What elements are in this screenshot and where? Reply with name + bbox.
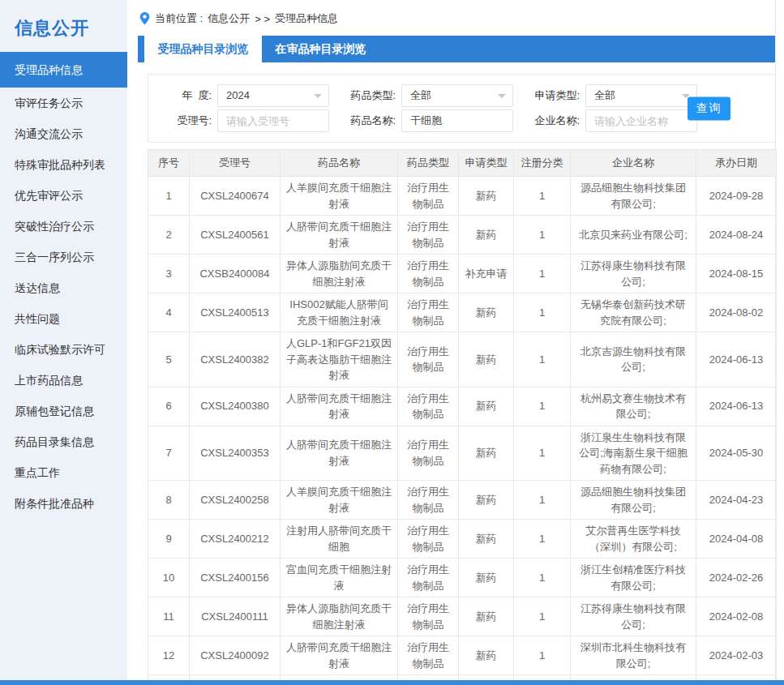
sidebar-item[interactable]: 共性问题 bbox=[0, 303, 127, 334]
drug-type-select[interactable]: 全部 bbox=[401, 84, 513, 107]
table-cell: 2024-04-08 bbox=[696, 520, 777, 559]
drug-type-label: 药品类型: bbox=[344, 88, 396, 103]
table-cell: 2024-02-03 bbox=[696, 636, 777, 675]
table-cell: 1 bbox=[514, 520, 571, 559]
table-cell: 人脐带间充质干细胞注射液 bbox=[281, 216, 398, 255]
tab-under-review-catalog[interactable]: 在审品种目录浏览 bbox=[262, 36, 379, 62]
filter-panel: 年 度: 2024 药品类型: 全部 申请类型: 全 bbox=[148, 74, 776, 143]
table-cell: 江苏得康生物科技有限公司; bbox=[571, 255, 696, 293]
table-cell: 2024-09-28 bbox=[696, 177, 777, 216]
sidebar-item[interactable]: 重点工作 bbox=[0, 457, 127, 488]
table-cell: 2024-08-02 bbox=[696, 293, 777, 332]
acceptance-no-input[interactable] bbox=[217, 109, 329, 132]
apply-type-select[interactable]: 全部 bbox=[585, 84, 697, 107]
chevron-down-icon bbox=[314, 94, 322, 98]
table-cell: 新药 bbox=[459, 177, 514, 216]
table-row: 2CXSL2400561人脐带间充质干细胞注射液治疗用生物制品新药1北京贝来药业… bbox=[148, 216, 777, 255]
sidebar-item[interactable]: 审评任务公示 bbox=[0, 88, 127, 118]
drug-type-select-value: 全部 bbox=[410, 89, 431, 101]
column-header: 申请类型 bbox=[459, 150, 514, 177]
chevron-down-icon bbox=[498, 94, 506, 98]
table-cell: 源品细胞生物科技集团有限公司; bbox=[571, 177, 696, 216]
sidebar-menu: 受理品种信息审评任务公示沟通交流公示特殊审批品种列表优先审评公示突破性治疗公示三… bbox=[0, 52, 127, 519]
search-button[interactable]: 查询 bbox=[688, 96, 730, 120]
footer-strip bbox=[0, 680, 784, 685]
sidebar-item[interactable]: 受理品种信息 bbox=[0, 52, 127, 88]
table-cell: 12 bbox=[148, 636, 190, 675]
breadcrumb: 当前位置 : 信息公开 > > 受理品种信息 bbox=[138, 0, 775, 36]
table-cell: 1 bbox=[514, 387, 571, 426]
sidebar-item[interactable]: 送达信息 bbox=[0, 272, 127, 303]
breadcrumb-root[interactable]: 信息公开 bbox=[208, 11, 250, 26]
sidebar-item[interactable]: 上市药品信息 bbox=[0, 365, 127, 396]
table-row: 6CXSL2400380人脐带间充质干细胞注射液治疗用生物制品新药1杭州易文赛生… bbox=[148, 387, 777, 426]
table-cell: 新药 bbox=[459, 636, 514, 675]
table-cell: 1 bbox=[514, 177, 571, 216]
sidebar-item[interactable]: 沟通交流公示 bbox=[0, 118, 127, 149]
table-header-row: 序号受理号药品名称药品类型申请类型注册分类企业名称承办日期 bbox=[148, 150, 777, 177]
table-cell: 治疗用生物制品 bbox=[398, 387, 459, 426]
table-cell: 人脐带间充质干细胞注射液 bbox=[281, 387, 398, 426]
table-cell: 11 bbox=[148, 597, 190, 636]
sidebar-item[interactable]: 原辅包登记信息 bbox=[0, 396, 127, 426]
sidebar-item[interactable]: 三合一序列公示 bbox=[0, 242, 127, 272]
table-cell: 新药 bbox=[459, 293, 514, 332]
sidebar-item[interactable]: 附条件批准品种 bbox=[0, 488, 127, 519]
tab-accepted-catalog[interactable]: 受理品种目录浏览 bbox=[144, 36, 262, 62]
apply-type-label: 申请类型: bbox=[528, 88, 580, 103]
table-cell: CXSB2400084 bbox=[190, 255, 281, 293]
table-cell: 4 bbox=[148, 293, 190, 332]
table-cell: 深圳市北科生物科技有限公司; bbox=[571, 636, 696, 675]
filter-drug-type: 药品类型: 全部 bbox=[344, 84, 513, 107]
table-row: 4CXSL2400513IHS002赋能人脐带间充质干细胞注射液治疗用生物制品新… bbox=[148, 293, 777, 332]
acceptance-no-label: 受理号: bbox=[160, 113, 212, 128]
drug-name-input[interactable] bbox=[401, 109, 513, 132]
sidebar-item[interactable]: 临床试验默示许可 bbox=[0, 334, 127, 365]
table-cell: 异体人源脂肪间充质干细胞注射液 bbox=[281, 597, 398, 636]
table-cell: CXSL2400111 bbox=[190, 597, 281, 636]
sidebar-item[interactable]: 突破性治疗公示 bbox=[0, 211, 127, 242]
table-cell: 北京贝来药业有限公司; bbox=[571, 216, 696, 255]
table-cell: 2024-02-08 bbox=[696, 597, 777, 636]
table-cell: 治疗用生物制品 bbox=[398, 636, 459, 675]
table-cell: 浙江泉生生物科技有限公司;海南新生泉干细胞药物有限公司; bbox=[571, 426, 696, 481]
sidebar-item[interactable]: 药品目录集信息 bbox=[0, 426, 127, 457]
table-cell: 治疗用生物制品 bbox=[398, 481, 459, 520]
filter-drug-name: 药品名称: bbox=[344, 109, 513, 132]
table-row: 5CXSL2400382人GLP-1和FGF21双因子高表达脂肪干细胞注射液治疗… bbox=[148, 332, 777, 387]
table-cell: 新药 bbox=[459, 332, 514, 387]
table-cell: 5 bbox=[148, 332, 190, 387]
table-cell: 艾尔普再生医学科技（深圳）有限公司; bbox=[571, 520, 696, 559]
filter-acceptance-no: 受理号: bbox=[160, 109, 329, 132]
filter-row-2: 受理号: 药品名称: 企业名称: bbox=[160, 109, 775, 132]
table-row: 3CXSB2400084异体人源脂肪间充质干细胞注射液治疗用生物制品补充申请1江… bbox=[148, 255, 777, 293]
table-cell: CXSL2400513 bbox=[190, 293, 281, 332]
sidebar-item[interactable]: 优先审评公示 bbox=[0, 180, 127, 211]
table-cell: 治疗用生物制品 bbox=[398, 177, 459, 216]
company-label: 企业名称: bbox=[528, 113, 580, 128]
table-cell: 2024-08-24 bbox=[696, 216, 777, 255]
table-cell: 新药 bbox=[459, 481, 514, 520]
table-cell: 1 bbox=[148, 177, 190, 216]
table-cell: 2024-06-13 bbox=[696, 387, 777, 426]
results-table-wrap: 序号受理号药品名称药品类型申请类型注册分类企业名称承办日期 1CXSL24006… bbox=[148, 149, 776, 685]
year-select[interactable]: 2024 bbox=[217, 84, 329, 107]
table-row: 10CXSL2400156宫血间充质干细胞注射液治疗用生物制品新药1浙江生创精准… bbox=[148, 559, 777, 597]
table-cell: IHS002赋能人脐带间充质干细胞注射液 bbox=[281, 293, 398, 332]
table-cell: 北京吉源生物科技有限公司; bbox=[571, 332, 696, 387]
table-cell: 江苏得康生物科技有限公司; bbox=[571, 597, 696, 636]
results-table: 序号受理号药品名称药品类型申请类型注册分类企业名称承办日期 1CXSL24006… bbox=[148, 149, 777, 685]
column-header: 承办日期 bbox=[696, 150, 777, 177]
table-cell: 人羊膜间充质干细胞注射液 bbox=[281, 177, 398, 216]
table-cell: 6 bbox=[148, 387, 190, 426]
table-cell: CXSL2400212 bbox=[190, 520, 281, 559]
sidebar-title: 信息公开 bbox=[0, 0, 127, 52]
year-label: 年 度: bbox=[160, 88, 212, 103]
company-input[interactable] bbox=[585, 109, 697, 132]
location-pin-icon bbox=[139, 12, 150, 25]
table-cell: 无锡华泰创新药技术研究院有限公司; bbox=[571, 293, 696, 332]
table-cell: 1 bbox=[514, 293, 571, 332]
table-cell: 注射用人脐带间充质干细胞 bbox=[281, 520, 398, 559]
sidebar-item[interactable]: 特殊审批品种列表 bbox=[0, 149, 127, 180]
column-header: 序号 bbox=[148, 150, 190, 177]
